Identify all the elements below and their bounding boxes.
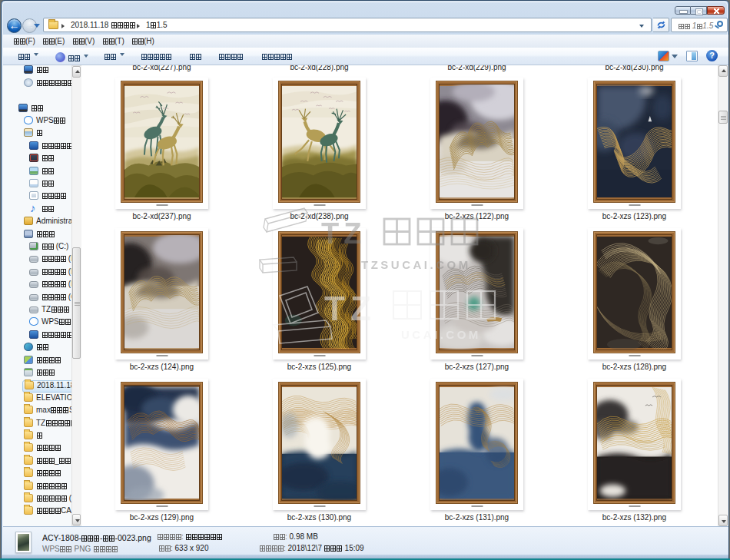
svg-text:UCAI.COM: UCAI.COM	[401, 328, 481, 341]
svg-text:TZ: TZ	[324, 290, 377, 327]
svg-text:TZSUCAI.COM: TZSUCAI.COM	[361, 258, 471, 271]
svg-text:TZ: TZ	[321, 217, 366, 250]
